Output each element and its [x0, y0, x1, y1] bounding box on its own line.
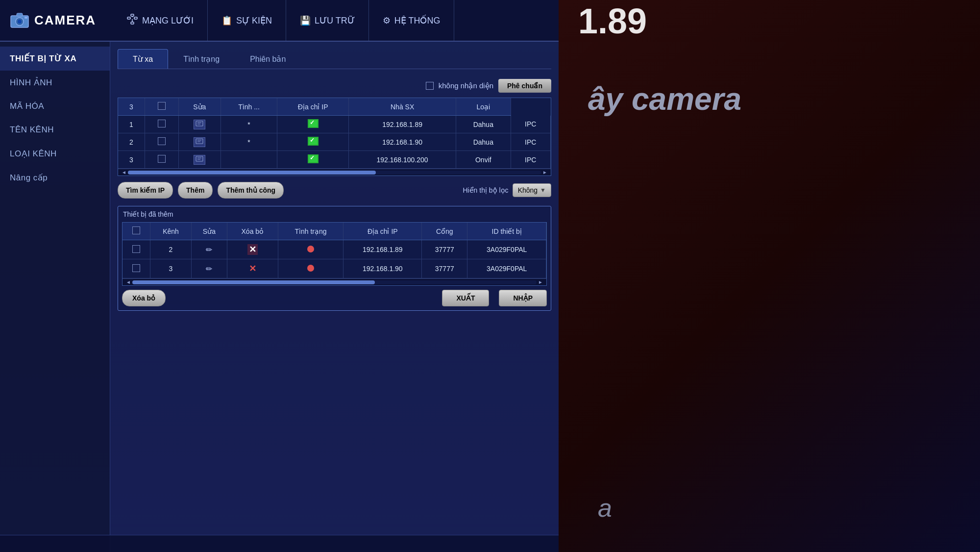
lower-row2-id: 3A029F0PAL	[467, 259, 546, 278]
table-row: 2 ✏ ✕ 192.168.1.89 37777 3A029F0PAL	[122, 240, 546, 259]
row3-star	[220, 151, 277, 169]
row1-checkbox[interactable]	[145, 116, 178, 133]
row2-status	[277, 133, 349, 151]
scroll-right-arrow[interactable]: ►	[541, 170, 549, 175]
lower-row2-edit[interactable]: ✏	[191, 259, 227, 278]
svg-rect-6	[131, 14, 134, 16]
nav-items: MẠNG LƯỚI 📋 SỰ KIỆN 💾 LƯU TRỮ ⚙ HỆ THỐNG	[113, 0, 559, 41]
lower-table-scrollbar[interactable]: ◄ ►	[122, 278, 546, 285]
row1-edit[interactable]	[178, 116, 220, 133]
nav-item-mang-luoi[interactable]: MẠNG LƯỚI	[113, 0, 208, 41]
filter-dropdown-value: Không	[518, 186, 538, 194]
bottom-action-row: Xóa bỏ XUẤT NHẬP	[122, 290, 547, 306]
right-bottom-text: a	[598, 493, 612, 523]
upper-col-check	[145, 98, 178, 116]
lower-row1-port: 37777	[422, 240, 467, 259]
action-buttons-row: Tìm kiếm IP Thêm Thêm thủ công Hiển thị …	[118, 182, 551, 199]
filter-label: không nhận diện	[439, 81, 493, 90]
table-row: 2 * 192.168.1.90 Dahua IPC	[118, 133, 551, 151]
table-row: 3 192.168.100.200 Onvif IPC	[118, 151, 551, 169]
row1-num: 1	[118, 116, 145, 133]
row3-checkbox[interactable]	[145, 151, 178, 169]
lower-row1-ip: 192.168.1.89	[343, 240, 422, 259]
lower-row2-check[interactable]	[122, 259, 150, 278]
row2-checkbox[interactable]	[145, 133, 178, 151]
lower-scrollbar-track	[132, 280, 537, 284]
lower-col-cong: Cổng	[422, 223, 467, 240]
sidebar-item-nang-cap[interactable]: Nâng cấp	[0, 166, 110, 190]
row3-type: IPC	[511, 151, 550, 169]
row2-type: IPC	[511, 133, 550, 151]
nav-item-he-thong[interactable]: ⚙ HỆ THỐNG	[369, 0, 455, 41]
svg-rect-16	[196, 139, 203, 144]
row1-star: *	[220, 116, 277, 133]
svg-point-2	[18, 20, 22, 24]
search-ip-button[interactable]: Tìm kiếm IP	[118, 182, 173, 199]
row1-ip: 192.168.1.89	[349, 116, 456, 133]
row3-edit[interactable]	[178, 151, 220, 169]
sidebar-item-thiet-bi-tu-xa[interactable]: THIẾT BỊ TỪ XA	[0, 47, 110, 71]
event-icon: 📋	[221, 15, 232, 26]
top-right-area: 1.89	[559, 0, 980, 42]
bottom-bar	[0, 535, 559, 552]
xoa-bo-button[interactable]: Xóa bỏ	[122, 290, 166, 306]
nav-item-luu-tru[interactable]: 💾 LƯU TRỮ	[286, 0, 369, 41]
lower-col-tinh-trang: Tình trạng	[278, 223, 343, 240]
filter-dropdown[interactable]: Không ▼	[513, 183, 551, 197]
row1-manufacturer: Dahua	[456, 116, 511, 133]
right-overlay: ây camera a	[559, 42, 980, 552]
filter-checkbox[interactable]	[426, 82, 434, 90]
lower-row2-delete[interactable]: ✕	[227, 259, 278, 278]
nhap-button[interactable]: NHẬP	[499, 290, 547, 306]
sidebar-item-hinh-anh[interactable]: HÌNH ẢNH	[0, 71, 110, 95]
them-button[interactable]: Thêm	[178, 182, 213, 199]
row2-manufacturer: Dahua	[456, 133, 511, 151]
lower-row2-ip: 192.168.1.90	[343, 259, 422, 278]
lower-scroll-left[interactable]: ◄	[124, 279, 132, 285]
lower-col-id: ID thiết bị	[467, 223, 546, 240]
lower-row1-edit[interactable]: ✏	[191, 240, 227, 259]
row3-status	[277, 151, 349, 169]
row2-edit[interactable]	[178, 133, 220, 151]
upper-col-tinh: Tình ...	[220, 98, 277, 116]
tab-tinh-trang[interactable]: Tình trạng	[168, 49, 235, 69]
lower-table: Kênh Sửa Xóa bỏ Tình trạng Địa chỉ IP Cổ…	[122, 223, 546, 278]
upper-col-sua: Sửa	[178, 98, 220, 116]
phe-chuan-button[interactable]: Phê chuẩn	[498, 79, 551, 93]
filter-display-label: Hiển thị bộ lọc	[463, 186, 508, 194]
upper-table-scrollbar[interactable]: ◄ ►	[118, 169, 551, 176]
lower-row1-check[interactable]	[122, 240, 150, 259]
lower-scroll-right[interactable]: ►	[537, 279, 544, 285]
tab-phien-ban[interactable]: Phiên bản	[235, 49, 301, 69]
lower-col-xoa-bo: Xóa bỏ	[227, 223, 278, 240]
lower-row1-channel: 2	[150, 240, 192, 259]
xuat-button[interactable]: XUẤT	[442, 290, 489, 306]
right-camera-text: ây camera	[588, 81, 741, 117]
sub-tabs: Từ xa Tình trạng Phiên bản	[118, 49, 551, 69]
lower-row1-delete[interactable]: ✕	[227, 240, 278, 259]
scrollbar-track	[128, 171, 541, 175]
nav-item-su-kien[interactable]: 📋 SỰ KIỆN	[208, 0, 286, 41]
lower-scrollbar-thumb	[132, 280, 375, 284]
row2-ip: 192.168.1.90	[349, 133, 456, 151]
row3-ip: 192.168.100.200	[349, 151, 456, 169]
them-thu-cong-button[interactable]: Thêm thủ công	[218, 182, 284, 199]
lower-col-kenh: Kênh	[150, 223, 192, 240]
network-icon	[126, 13, 138, 27]
lower-row1-id: 3A029F0PAL	[467, 240, 546, 259]
sidebar-item-ma-hoa[interactable]: MÃ HÓA	[0, 95, 110, 118]
header-checkbox[interactable]	[158, 102, 166, 110]
nav-label-he-thong: HỆ THỐNG	[394, 15, 441, 26]
lower-row1-status	[278, 240, 343, 259]
tab-tu-xa[interactable]: Từ xa	[118, 49, 168, 69]
row2-num: 2	[118, 133, 145, 151]
sidebar-item-ten-kenh[interactable]: TÊN KÊNH	[0, 118, 110, 142]
lower-row2-channel: 3	[150, 259, 192, 278]
section-title: Thiết bị đã thêm	[122, 210, 547, 218]
scroll-left-arrow[interactable]: ◄	[120, 170, 128, 175]
table-row: 1 * 192.168.1.89 Dahua IPC	[118, 116, 551, 133]
lower-header-checkbox[interactable]	[132, 226, 140, 234]
lower-row2-status	[278, 259, 343, 278]
upper-col-num: 3	[118, 98, 145, 116]
sidebar-item-loai-kenh[interactable]: LOẠI KÊNH	[0, 142, 110, 166]
